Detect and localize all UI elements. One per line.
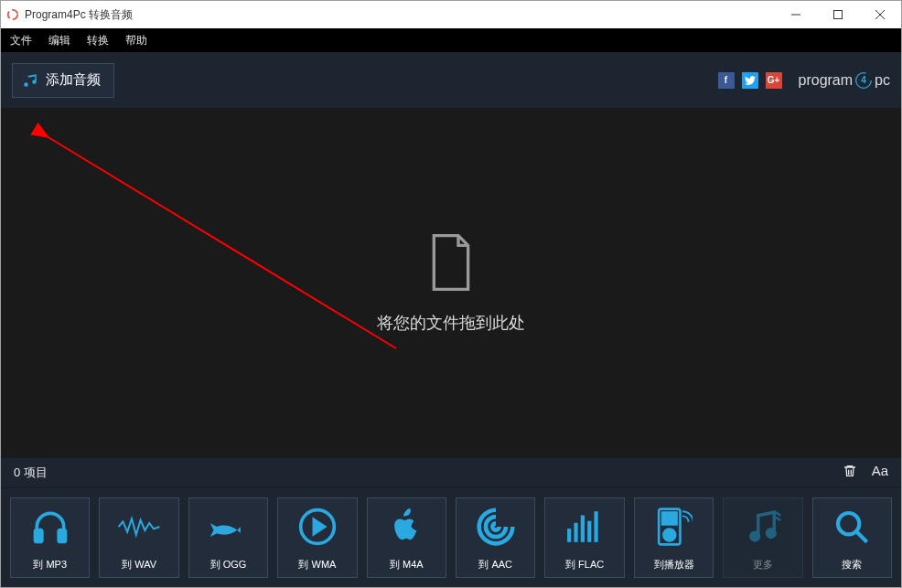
svg-rect-18 bbox=[595, 511, 598, 542]
format-label: 到 FLAC bbox=[565, 558, 604, 572]
toolbar: 添加音频 f G+ program 4 pc bbox=[1, 52, 901, 109]
brand-suffix: pc bbox=[875, 72, 890, 89]
svg-text:4: 4 bbox=[861, 75, 866, 85]
minimize-button[interactable] bbox=[775, 1, 817, 28]
google-plus-icon[interactable]: G+ bbox=[766, 72, 782, 89]
device-icon bbox=[656, 498, 693, 554]
maximize-button[interactable] bbox=[817, 1, 859, 28]
font-size-icon[interactable]: Aa bbox=[872, 463, 888, 483]
brand-4-icon: 4 bbox=[854, 71, 873, 90]
menu-convert[interactable]: 转换 bbox=[87, 33, 109, 48]
app-window: Program4Pc 转换音频 文件 编辑 转换 帮助 添加音频 f bbox=[0, 0, 902, 588]
item-count: 0 项目 bbox=[14, 465, 48, 481]
dropzone[interactable]: 将您的文件拖到此处 bbox=[1, 109, 901, 457]
swirl-icon bbox=[476, 498, 516, 554]
format-label: 搜索 bbox=[842, 558, 862, 572]
fish-icon bbox=[209, 498, 249, 554]
format-tile-headphones[interactable]: 到 MP3 bbox=[10, 497, 90, 578]
svg-line-25 bbox=[856, 531, 867, 542]
twitter-icon[interactable] bbox=[742, 72, 758, 89]
status-right: Aa bbox=[843, 463, 888, 483]
menu-edit[interactable]: 编辑 bbox=[48, 33, 70, 48]
svg-line-8 bbox=[47, 136, 396, 348]
format-label: 更多 bbox=[753, 558, 773, 572]
svg-point-24 bbox=[838, 513, 859, 534]
format-label: 到播放器 bbox=[654, 558, 694, 572]
format-tile-apple[interactable]: 到 M4A bbox=[367, 497, 446, 578]
svg-rect-2 bbox=[834, 11, 843, 19]
format-label: 到 AAC bbox=[478, 558, 512, 572]
format-tile-search[interactable]: 搜索 bbox=[812, 497, 892, 578]
titlebar: Program4Pc 转换音频 bbox=[1, 1, 901, 28]
brand-prefix: program bbox=[799, 72, 854, 89]
svg-point-11 bbox=[233, 523, 236, 526]
play-circle-icon bbox=[297, 498, 338, 554]
toolbar-right: f G+ program 4 pc bbox=[718, 71, 890, 90]
format-tile-swirl[interactable]: 到 AAC bbox=[456, 497, 535, 578]
format-label: 到 WAV bbox=[122, 558, 156, 572]
close-button[interactable] bbox=[859, 1, 901, 28]
svg-rect-10 bbox=[59, 529, 65, 541]
annotation-arrow bbox=[30, 120, 414, 367]
format-label: 到 OGG bbox=[210, 558, 247, 572]
menu-help[interactable]: 帮助 bbox=[125, 33, 147, 48]
format-label: 到 WMA bbox=[298, 558, 336, 572]
format-tile-device[interactable]: 到播放器 bbox=[634, 497, 714, 578]
svg-rect-16 bbox=[581, 515, 585, 541]
format-tile-equalizer[interactable]: 到 FLAC bbox=[544, 497, 624, 578]
more-icon bbox=[744, 498, 782, 554]
svg-point-21 bbox=[663, 529, 675, 540]
apple-icon bbox=[390, 498, 423, 554]
svg-rect-17 bbox=[587, 520, 591, 541]
svg-point-22 bbox=[751, 532, 759, 540]
menu-file[interactable]: 文件 bbox=[10, 33, 32, 48]
file-icon bbox=[426, 233, 476, 292]
window-title: Program4Pc 转换音频 bbox=[25, 7, 775, 23]
music-note-icon bbox=[22, 71, 38, 90]
format-label: 到 MP3 bbox=[33, 558, 67, 572]
menubar: 文件 编辑 转换 帮助 bbox=[1, 28, 901, 52]
format-label: 到 M4A bbox=[390, 558, 424, 572]
svg-rect-20 bbox=[662, 512, 677, 524]
format-tile-waveform[interactable]: 到 WAV bbox=[99, 497, 178, 578]
waveform-icon bbox=[117, 498, 161, 554]
brand-logo[interactable]: program 4 pc bbox=[799, 71, 890, 90]
add-audio-button[interactable]: 添加音频 bbox=[12, 63, 114, 98]
headphones-icon bbox=[30, 498, 70, 554]
app-icon bbox=[6, 8, 19, 21]
format-tiles: 到 MP3到 WAV到 OGG到 WMA到 M4A到 AAC到 FLAC到播放器… bbox=[1, 488, 901, 587]
facebook-icon[interactable]: f bbox=[718, 72, 735, 89]
svg-rect-14 bbox=[567, 529, 571, 542]
svg-rect-15 bbox=[574, 522, 578, 541]
add-audio-label: 添加音频 bbox=[46, 71, 101, 89]
search-icon bbox=[833, 498, 870, 554]
format-tile-play-circle[interactable]: 到 WMA bbox=[277, 497, 357, 578]
equalizer-icon bbox=[565, 498, 604, 554]
trash-icon[interactable] bbox=[843, 463, 857, 483]
format-tile-more[interactable]: 更多 bbox=[723, 497, 802, 578]
svg-point-23 bbox=[767, 529, 775, 537]
format-tile-fish[interactable]: 到 OGG bbox=[188, 497, 268, 578]
svg-marker-13 bbox=[314, 519, 324, 533]
window-controls bbox=[775, 1, 901, 28]
svg-point-0 bbox=[8, 10, 18, 20]
statusbar: 0 项目 Aa bbox=[1, 457, 901, 488]
svg-rect-9 bbox=[35, 529, 41, 541]
